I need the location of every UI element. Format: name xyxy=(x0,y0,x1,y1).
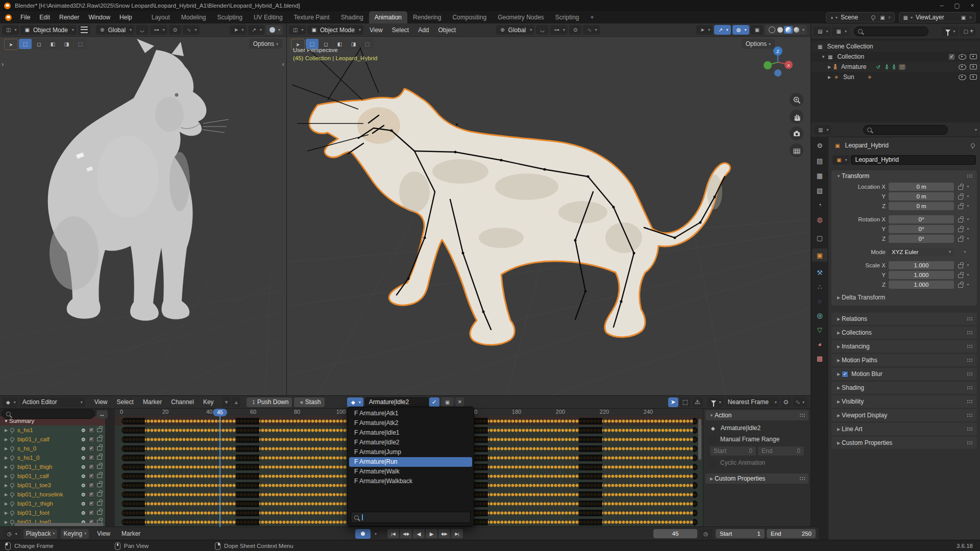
pin-icon[interactable] xyxy=(10,474,14,478)
properties-tab-modifiers[interactable]: ⚒ xyxy=(812,266,827,279)
orientation-dropdown[interactable]: ⊕Global▾ xyxy=(96,25,134,35)
outliner-search-input[interactable] xyxy=(854,27,928,36)
zoom-button[interactable] xyxy=(790,93,803,107)
animate-dot-icon[interactable] xyxy=(967,264,969,266)
expand-icon[interactable]: ▶ xyxy=(3,456,9,460)
lock-icon[interactable] xyxy=(958,218,963,222)
properties-section-viewport-display[interactable]: ▶Viewport Display xyxy=(831,409,977,421)
cursor-tool-button[interactable]: ◨ xyxy=(60,39,73,49)
properties-tab-world[interactable]: ◍ xyxy=(812,213,827,226)
rotation-mode-dropdown[interactable]: XYZ Euler▾ xyxy=(889,248,954,256)
unlink-icon[interactable]: × xyxy=(888,15,891,20)
select-circle-tool-button[interactable]: ◻ xyxy=(320,39,332,49)
jump-to-end-button[interactable]: ▶| xyxy=(451,529,463,539)
panel-grip-icon[interactable] xyxy=(967,441,973,445)
properties-tab-texture[interactable]: ▩ xyxy=(812,352,827,365)
disable-render-icon[interactable] xyxy=(970,74,977,80)
falloff-dropdown[interactable]: ∿▾ xyxy=(183,25,199,35)
filter-dropdown[interactable]: ▾ xyxy=(942,27,958,36)
toolbar-expand-icon[interactable]: › xyxy=(2,60,4,68)
viewport-menu-object[interactable]: Object xyxy=(434,25,461,35)
action-item-f-armature-atk1[interactable]: F Armature|Atk1 xyxy=(349,409,472,418)
channel-enable-checkbox[interactable]: ✓ xyxy=(88,427,94,433)
panel-grip-icon[interactable] xyxy=(967,386,973,390)
select-box-tool-button[interactable]: ⬚ xyxy=(19,39,32,49)
channel-enable-checkbox[interactable]: ✓ xyxy=(88,482,94,488)
previous-keyframe-button[interactable]: ◀◆ xyxy=(400,529,412,539)
hide-viewport-icon[interactable] xyxy=(959,74,966,80)
unlock-icon[interactable] xyxy=(97,483,102,487)
custom-properties-panel-header[interactable]: ▶Custom Properties xyxy=(705,473,808,484)
properties-tab-material[interactable]: ◕ xyxy=(812,337,827,350)
tab-geometry-nodes[interactable]: Geometry Nodes xyxy=(492,11,550,23)
tab-layout[interactable]: Layout xyxy=(146,11,176,23)
copy-icon[interactable]: ▣ xyxy=(961,15,966,20)
play-reverse-button[interactable]: ◀ xyxy=(412,529,425,539)
menu-edit[interactable]: Edit xyxy=(35,12,55,22)
proportional-edit-toggle[interactable]: ⊙ xyxy=(569,25,581,35)
wrench-icon[interactable]: ⚙ xyxy=(81,492,86,497)
panel-grip-icon[interactable] xyxy=(967,399,973,404)
xray-toggle[interactable]: ▣ xyxy=(751,25,764,35)
gizmos-dropdown[interactable]: ↗▾ xyxy=(248,25,264,35)
move-up-button[interactable]: ▴ xyxy=(232,397,240,407)
expand-icon[interactable]: ▶ xyxy=(3,465,9,469)
animate-dot-icon[interactable] xyxy=(967,195,969,197)
pin-icon[interactable] xyxy=(10,520,14,524)
properties-section-instancing[interactable]: ▶Instancing xyxy=(831,340,977,353)
value-slider[interactable]: 0 m xyxy=(889,192,954,201)
action-item-f-armature-atk2[interactable]: F Armature|Atk2 xyxy=(349,418,472,428)
value-slider[interactable]: 0° xyxy=(889,235,954,243)
viewport-menu-add[interactable]: Add xyxy=(413,25,433,35)
pin-icon[interactable] xyxy=(10,483,14,487)
properties-options-icon[interactable]: ▾ xyxy=(975,128,977,132)
properties-section-shading[interactable]: ▶Shading xyxy=(831,382,977,394)
select-lasso-tool-button[interactable]: ◧ xyxy=(333,39,346,49)
unlock-icon[interactable] xyxy=(97,465,102,469)
hide-viewport-icon[interactable] xyxy=(959,54,966,60)
delta-transform-label[interactable]: Delta Transform xyxy=(842,294,885,301)
options-button[interactable]: Options▾ xyxy=(249,39,282,49)
properties-section-relations[interactable]: ▶Relations xyxy=(831,313,977,325)
timeline-menu-marker[interactable]: Marker xyxy=(117,529,145,539)
cursor-tool-button[interactable]: ◨ xyxy=(347,39,360,49)
jump-to-start-button[interactable]: |◀ xyxy=(387,529,400,539)
next-keyframe-button[interactable]: ◆▶ xyxy=(438,529,451,539)
pin-icon[interactable] xyxy=(10,511,14,515)
properties-section-line-art[interactable]: ▶Line Art xyxy=(831,423,977,435)
value-slider[interactable]: 1.000 xyxy=(889,261,954,269)
sidebar-toggle-icon[interactable]: ‹ xyxy=(282,60,284,68)
outliner-row-armature[interactable]: ▶ Armature ↺ ▽ xyxy=(811,62,980,72)
animate-dot-icon[interactable] xyxy=(967,205,969,207)
editor-type-dropdown[interactable]: ▤▾ xyxy=(814,27,830,36)
select-only-toggle[interactable]: ➤ xyxy=(668,397,678,407)
unlink-action-button[interactable]: × xyxy=(455,397,464,407)
blender-menu-icon[interactable] xyxy=(5,14,12,21)
channel-row-bip01-r-thigh[interactable]: ▶ bip01_r_thigh ⚙ ✓ xyxy=(0,499,105,509)
use-preview-range-button[interactable]: ◷ xyxy=(699,529,712,539)
pin-icon[interactable] xyxy=(10,428,14,432)
channel-row-s-hs1[interactable]: ▶ s_hs1 ⚙ ✓ xyxy=(0,425,105,435)
panel-grip-icon[interactable] xyxy=(967,344,973,348)
tab-shading[interactable]: Shading xyxy=(335,11,369,23)
animation-data-icon[interactable]: ↺ xyxy=(876,64,880,70)
lock-icon[interactable] xyxy=(958,205,963,209)
disable-render-icon[interactable] xyxy=(970,64,977,69)
collection-checkbox[interactable]: ✓ xyxy=(948,54,955,60)
animate-dot-icon[interactable] xyxy=(967,228,969,230)
properties-tab-scene[interactable]: ◔ xyxy=(812,198,827,211)
viewport-menu-view[interactable]: View xyxy=(365,25,387,35)
wrench-icon[interactable]: ⚙ xyxy=(81,464,86,470)
editor-type-dropdown[interactable]: ▥▾ xyxy=(814,125,831,135)
channel-row-bip01-r-calf[interactable]: ▶ bip01_r_calf ⚙ ✓ xyxy=(0,435,105,444)
pin-id-icon[interactable] xyxy=(971,143,975,147)
expand-icon[interactable]: ▶ xyxy=(826,65,832,69)
properties-tab-view-layer[interactable]: ▧ xyxy=(812,184,827,197)
pin-icon[interactable] xyxy=(10,465,14,469)
end-frame-field[interactable]: End250 xyxy=(767,529,816,538)
unlock-icon[interactable] xyxy=(97,502,102,506)
wrench-icon[interactable]: ⚙ xyxy=(81,455,86,461)
channel-enable-checkbox[interactable]: ✓ xyxy=(88,473,94,479)
tab-sculpting[interactable]: Sculpting xyxy=(212,11,248,23)
channel-enable-checkbox[interactable]: ✓ xyxy=(88,445,94,452)
